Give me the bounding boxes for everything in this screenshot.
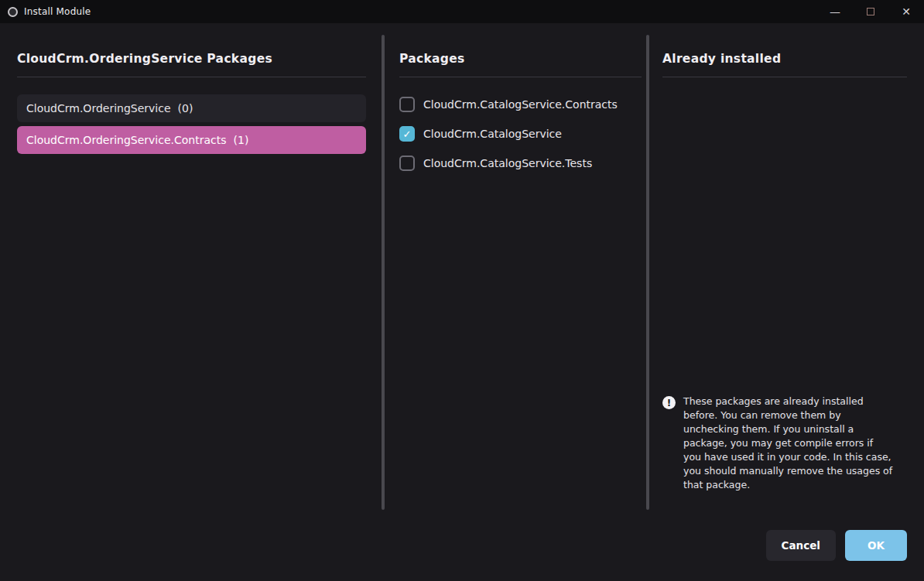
minimize-icon[interactable]: — xyxy=(817,0,853,23)
modules-panel: CloudCrm.OrderingService Packages CloudC… xyxy=(0,23,382,581)
checkbox[interactable]: ✓ xyxy=(399,156,415,171)
cancel-button[interactable]: Cancel xyxy=(766,530,836,561)
package-list: ✓ CloudCrm.CatalogService.Contracts ✓ Cl… xyxy=(399,94,642,173)
package-label: CloudCrm.CatalogService.Tests xyxy=(423,157,592,169)
package-row-catalogservice[interactable]: ✓ CloudCrm.CatalogService xyxy=(399,124,642,144)
maximize-icon[interactable] xyxy=(853,0,888,23)
package-label: CloudCrm.CatalogService xyxy=(423,128,562,140)
checkmark-icon: ✓ xyxy=(403,128,412,140)
package-label: CloudCrm.CatalogService.Contracts xyxy=(423,98,618,111)
info-block: ! These packages are already installed b… xyxy=(662,395,907,492)
packages-panel: Packages ✓ CloudCrm.CatalogService.Contr… xyxy=(385,23,646,581)
already-installed-panel: Already installed ! These packages are a… xyxy=(649,23,924,581)
info-text: These packages are already installed bef… xyxy=(683,395,894,492)
module-item-label: CloudCrm.OrderingService.Contracts xyxy=(26,134,227,146)
module-item-orderingservice[interactable]: CloudCrm.OrderingService (0) xyxy=(17,94,366,122)
ok-button[interactable]: OK xyxy=(845,530,907,561)
modules-panel-heading: CloudCrm.OrderingService Packages xyxy=(17,52,366,77)
close-icon[interactable]: ✕ xyxy=(888,0,924,23)
app-logo-icon xyxy=(8,7,18,17)
module-item-count: (1) xyxy=(234,134,249,146)
maximize-square-glyph xyxy=(867,8,874,15)
footer-buttons: Cancel OK xyxy=(766,530,907,561)
package-row-catalogservice-contracts[interactable]: ✓ CloudCrm.CatalogService.Contracts xyxy=(399,94,642,114)
module-item-label: CloudCrm.OrderingService xyxy=(26,102,171,114)
titlebar: Install Module — ✕ xyxy=(0,0,924,23)
dialog-content: CloudCrm.OrderingService Packages CloudC… xyxy=(0,23,924,581)
window-controls: — ✕ xyxy=(817,0,924,23)
module-item-count: (0) xyxy=(178,102,193,114)
module-list: CloudCrm.OrderingService (0) CloudCrm.Or… xyxy=(17,94,366,154)
window-title: Install Module xyxy=(24,6,91,17)
packages-panel-heading: Packages xyxy=(399,52,642,77)
module-item-orderingservice-contracts[interactable]: CloudCrm.OrderingService.Contracts (1) xyxy=(17,126,366,154)
info-exclamation-icon: ! xyxy=(662,396,676,409)
checkbox[interactable]: ✓ xyxy=(399,97,415,112)
package-row-catalogservice-tests[interactable]: ✓ CloudCrm.CatalogService.Tests xyxy=(399,153,642,173)
checkbox[interactable]: ✓ xyxy=(399,126,415,142)
already-installed-heading: Already installed xyxy=(662,52,907,77)
